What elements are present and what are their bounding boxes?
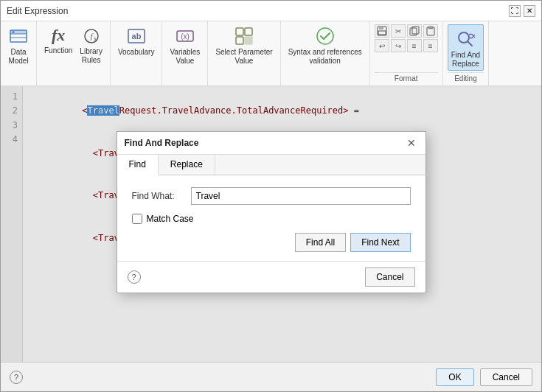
ribbon: DataModel fx Function f x <box>1 21 541 87</box>
find-what-row: Find What: <box>132 187 411 205</box>
find-replace-dialog: Find And Replace ✕ Find Replace Find Wha… <box>117 131 426 293</box>
vocabulary-icon: ab <box>126 26 147 46</box>
svg-rect-18 <box>379 27 383 29</box>
ribbon-group-variables: (x) VariablesValue <box>162 21 208 85</box>
ribbon-item-variables[interactable]: (x) VariablesValue <box>167 24 203 67</box>
ribbon-group-function: fx Function f x LibraryRules <box>37 21 111 85</box>
function-icon: fx <box>52 26 65 45</box>
format-indent-button[interactable]: ≡ <box>407 39 422 52</box>
format-cut-button[interactable]: ✂ <box>391 24 406 38</box>
ribbon-item-syntax[interactable]: Syntax and referencesvalidation <box>285 24 365 67</box>
svg-text:(x): (x) <box>181 32 190 41</box>
library-rules-icon: f x <box>82 26 101 46</box>
ribbon-group-vocabulary: ab Vocabulary <box>111 21 162 85</box>
variables-label: VariablesValue <box>170 48 200 66</box>
editing-group-label: Editing <box>448 72 484 83</box>
data-model-label: DataModel <box>8 48 28 66</box>
format-paste-button[interactable] <box>423 24 438 38</box>
match-case-label[interactable]: Match Case <box>147 214 194 224</box>
svg-rect-14 <box>236 37 243 44</box>
main-window: Edit Expression ⛶ ✕ <box>0 0 542 392</box>
dialog-close-button[interactable]: ✕ <box>405 136 418 150</box>
footer-cancel-button[interactable]: Cancel <box>480 368 532 386</box>
title-bar-controls: ⛶ ✕ <box>509 5 535 17</box>
ribbon-item-function[interactable]: fx Function <box>41 24 75 57</box>
svg-rect-12 <box>236 28 243 35</box>
dialog-footer: ? Cancel <box>117 261 425 293</box>
dialog-tab-find[interactable]: Find <box>117 155 159 175</box>
ribbon-item-library-rules[interactable]: f x LibraryRules <box>77 24 105 66</box>
format-undo-button[interactable]: ↩ <box>375 39 389 52</box>
find-all-button[interactable]: Find All <box>295 233 346 252</box>
ribbon-item-vocabulary[interactable]: ab Vocabulary <box>115 24 157 58</box>
select-parameter-icon <box>234 26 254 46</box>
data-model-icon <box>8 26 29 46</box>
ribbon-group-select-param: Select ParameterValue <box>208 21 280 85</box>
footer: ? OK Cancel <box>1 362 541 391</box>
format-buttons: ✂ ↩ ↪ ≡ ≡ <box>375 24 438 54</box>
ribbon-group-find-replace: Find AndReplace Editing <box>443 21 489 85</box>
dialog-actions: Find All Find Next <box>132 233 411 252</box>
function-label: Function <box>44 46 72 55</box>
find-replace-icon <box>454 27 476 49</box>
dialog-tab-replace[interactable]: Replace <box>159 155 215 175</box>
svg-point-4 <box>13 31 15 33</box>
help-icon[interactable]: ? <box>128 270 141 284</box>
find-what-label: Find What: <box>132 191 191 201</box>
format-redo-button[interactable]: ↪ <box>391 39 406 52</box>
restore-button[interactable]: ⛶ <box>509 5 521 17</box>
format-group-label: Format <box>375 72 438 83</box>
ribbon-item-select-parameter[interactable]: Select ParameterValue <box>212 24 275 67</box>
footer-help-icon[interactable]: ? <box>10 371 23 384</box>
window-title: Edit Expression <box>7 6 68 16</box>
ribbon-item-data-model[interactable]: DataModel <box>5 24 32 67</box>
select-parameter-label: Select ParameterValue <box>215 48 272 66</box>
dialog-tabs: Find Replace <box>117 155 425 175</box>
syntax-label: Syntax and referencesvalidation <box>288 48 362 66</box>
footer-buttons: OK Cancel <box>436 368 532 386</box>
close-button[interactable]: ✕ <box>524 5 535 17</box>
ok-button[interactable]: OK <box>436 368 473 386</box>
editor-area: 1 2 3 4 <TravelRequest.TravelAdvance.Tot… <box>1 87 541 362</box>
svg-text:ab: ab <box>131 32 141 41</box>
dialog-overlay: Find And Replace ✕ Find Replace Find Wha… <box>1 87 541 362</box>
find-replace-label: Find AndReplace <box>451 51 480 69</box>
ribbon-item-find-replace[interactable]: Find AndReplace <box>448 24 484 71</box>
svg-rect-13 <box>245 28 252 35</box>
svg-rect-19 <box>378 31 386 35</box>
cancel-button[interactable]: Cancel <box>365 267 414 287</box>
format-copy-button[interactable] <box>407 24 422 38</box>
ribbon-group-format: ✂ ↩ ↪ ≡ ≡ Forma <box>370 21 443 85</box>
svg-text:x: x <box>94 35 97 42</box>
title-bar: Edit Expression ⛶ ✕ <box>1 1 541 21</box>
variables-icon: (x) <box>175 26 195 46</box>
vocabulary-label: Vocabulary <box>118 48 154 57</box>
svg-line-25 <box>468 42 473 46</box>
find-what-input[interactable] <box>191 187 411 205</box>
ribbon-group-syntax: Syntax and referencesvalidation <box>281 21 370 85</box>
syntax-icon <box>315 26 336 46</box>
dialog-title: Find And Replace <box>125 138 199 148</box>
svg-rect-23 <box>428 27 433 29</box>
svg-point-16 <box>317 28 333 44</box>
format-save-button[interactable] <box>375 24 389 38</box>
dialog-title-bar: Find And Replace ✕ <box>117 132 425 155</box>
svg-rect-15 <box>245 37 252 44</box>
format-outdent-button[interactable]: ≡ <box>423 39 438 52</box>
library-rules-label: LibraryRules <box>80 47 103 65</box>
match-case-row: Match Case <box>132 214 411 224</box>
find-next-button[interactable]: Find Next <box>350 233 410 252</box>
match-case-checkbox[interactable] <box>132 214 142 224</box>
dialog-body: Find What: Match Case Find All Find Next <box>117 175 425 261</box>
ribbon-group-data-model: DataModel <box>1 21 37 85</box>
